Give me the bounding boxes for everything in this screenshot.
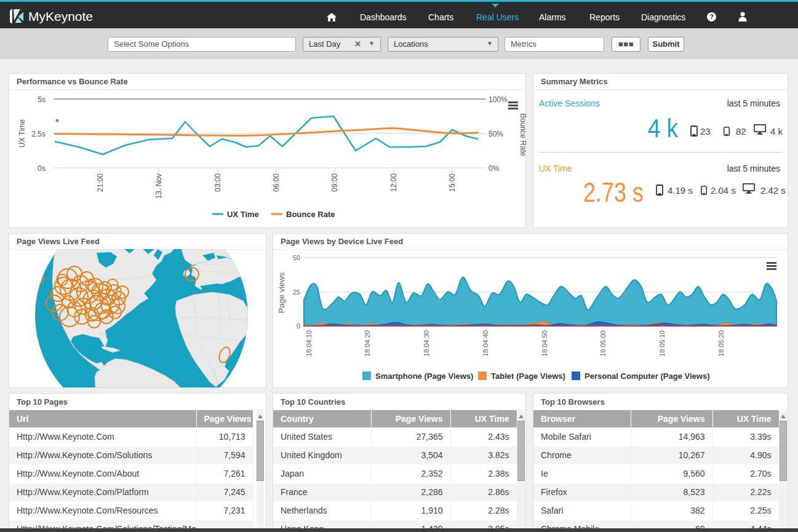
svg-text:06:00: 06:00 xyxy=(272,173,281,192)
svg-text:Personal Computer (Page Views): Personal Computer (Page Views) xyxy=(585,371,710,381)
svg-text:09:00: 09:00 xyxy=(330,173,339,192)
svg-text:18:04:20: 18:04:20 xyxy=(364,330,371,357)
svg-text:50%: 50% xyxy=(489,130,503,138)
svg-text:0s: 0s xyxy=(38,164,46,173)
svg-text:18:04:40: 18:04:40 xyxy=(482,330,489,357)
svg-text:5s: 5s xyxy=(38,95,46,104)
svg-text:100%: 100% xyxy=(489,95,508,104)
svg-text:Page views: Page views xyxy=(277,272,286,313)
svg-text:21:00: 21:00 xyxy=(96,173,105,192)
svg-text:Smartphone (Page Views): Smartphone (Page Views) xyxy=(375,371,473,381)
svg-text:50: 50 xyxy=(293,254,300,261)
svg-text:18:05:20: 18:05:20 xyxy=(717,330,725,357)
svg-text:Bounce Rate: Bounce Rate xyxy=(286,210,335,219)
svg-text:18:04:50: 18:04:50 xyxy=(541,330,548,357)
svg-text:0%: 0% xyxy=(489,164,500,173)
svg-text:Bounce Rate: Bounce Rate xyxy=(519,113,526,156)
svg-text:18:05:10: 18:05:10 xyxy=(658,330,666,357)
svg-text:25: 25 xyxy=(293,288,300,296)
svg-text:12:00: 12:00 xyxy=(389,173,398,192)
svg-text:UX Time: UX Time xyxy=(227,210,259,219)
svg-text:2.5s: 2.5s xyxy=(31,130,46,138)
svg-text:Tablet (Page Views): Tablet (Page Views) xyxy=(491,371,565,381)
svg-text:18:05:00: 18:05:00 xyxy=(599,330,607,357)
svg-text:03:00: 03:00 xyxy=(213,173,222,192)
svg-text:?: ? xyxy=(709,13,714,20)
svg-text:UX Time: UX Time xyxy=(18,119,26,148)
svg-text:15:00: 15:00 xyxy=(448,173,457,192)
svg-text:13. Nov: 13. Nov xyxy=(154,173,163,199)
svg-text:18:04:30: 18:04:30 xyxy=(423,330,430,357)
svg-text:0: 0 xyxy=(297,322,300,330)
svg-text:18:04:10: 18:04:10 xyxy=(305,330,313,357)
